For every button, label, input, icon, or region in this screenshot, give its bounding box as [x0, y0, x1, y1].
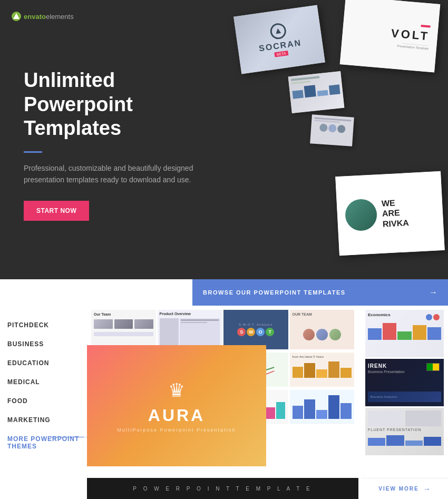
nav-medical[interactable]: MEDICAL	[7, 378, 87, 386]
nav-pitchdeck[interactable]: PITCHDECK	[7, 321, 87, 329]
view-more-arrow-icon: →	[423, 485, 431, 493]
preview-ourteam[interactable]: Our Team	[91, 310, 156, 349]
nav-education[interactable]: EDUCATION	[7, 359, 87, 367]
hero-subtitle: Professional, customizable and beautiful…	[24, 162, 198, 186]
small-previews-row: Our Team Product Overview	[87, 306, 358, 351]
thumb-economics[interactable]: Economics	[365, 310, 444, 357]
bottom-powerpoint-bar: P O W E R P O I N T T E M P L A T E	[87, 478, 358, 499]
aura-card[interactable]: ♛ AURA MultiPurpose Powerpoint Presentat…	[87, 345, 266, 466]
economics-chart	[368, 319, 441, 340]
rivka-circle	[345, 198, 378, 231]
volt-mockup: VOLT Presentation Template	[340, 0, 441, 73]
small-mockup-1	[288, 71, 345, 113]
irenk-flag-icon	[426, 363, 440, 371]
browse-banner-arrow: →	[429, 288, 437, 297]
envato-icon	[12, 12, 21, 21]
hero-title: Unlimited Powerpoint Templates	[24, 69, 224, 141]
aura-subtitle: MultiPurpose Powerpoint Presentation	[117, 427, 236, 433]
socran-label: BETA	[274, 50, 288, 56]
hero-mockups: SOCRAN BETA VOLT Presentation Template	[206, 0, 448, 279]
preview-ourteam2[interactable]: OUR TEAM	[290, 310, 355, 349]
irenk-map-bar: Business Analytics	[368, 392, 441, 402]
logo-text: envatoelements	[24, 13, 74, 21]
hero-section: envatoelements Unlimited Powerpoint Temp…	[0, 0, 448, 279]
right-thumbnails: Economics IRENK Business Presentation	[361, 306, 448, 459]
sidebar-nav: PITCHDECK BUSINESS EDUCATION MEDICAL FOO…	[0, 306, 87, 462]
start-now-button[interactable]: START NOW	[24, 201, 89, 221]
thumb-irenk[interactable]: IRENK Business Presentation Business Ana…	[365, 359, 444, 406]
bottom-bar-text: P O W E R P O I N T T E M P L A T E	[133, 486, 312, 492]
fluent-title: FLUENT PRESENTATION	[368, 428, 441, 432]
hero-content: Unlimited Powerpoint Templates Professio…	[24, 69, 224, 221]
preview-product[interactable]: Product Overview	[158, 310, 222, 349]
rivka-mockup: WEARERIVKA	[335, 171, 445, 256]
volt-text: VOLT	[391, 26, 430, 43]
browse-banner-text: BROWSE OUR POWERPOINT TEMPLATES	[203, 289, 346, 296]
fluent-chart	[368, 433, 441, 446]
browse-banner: BROWSE OUR POWERPOINT TEMPLATES →	[192, 279, 448, 306]
fluent-header	[368, 410, 441, 426]
preview-extra[interactable]	[290, 390, 355, 424]
nav-food[interactable]: FOOD	[7, 397, 87, 405]
logo: envatoelements	[12, 12, 74, 21]
socran-mockup: SOCRAN BETA	[233, 5, 325, 74]
view-more-bar[interactable]: VIEW MORE →	[361, 478, 448, 499]
small-mockup-2	[310, 114, 354, 146]
hero-divider	[24, 151, 42, 153]
aura-crown-icon: ♛	[168, 379, 185, 402]
thumb-fluent[interactable]: FLUENT PRESENTATION	[365, 408, 444, 455]
nav-business[interactable]: BUSINESS	[7, 340, 87, 348]
aura-title: AURA	[148, 406, 205, 425]
nav-marketing[interactable]: MARKETING	[7, 416, 87, 424]
economics-icons	[426, 314, 440, 320]
nav-arrow-line: →	[50, 433, 91, 441]
preview-swot[interactable]: S.W.O.T. Analysis S W O T	[223, 310, 288, 349]
preview-barchart2[interactable]: from the latest 5 Years	[290, 353, 355, 387]
browse-section: BROWSE OUR POWERPOINT TEMPLATES → PITCHD…	[0, 279, 448, 499]
rivka-text: WEARERIVKA	[382, 197, 410, 229]
view-more-text: VIEW MORE	[378, 486, 418, 492]
